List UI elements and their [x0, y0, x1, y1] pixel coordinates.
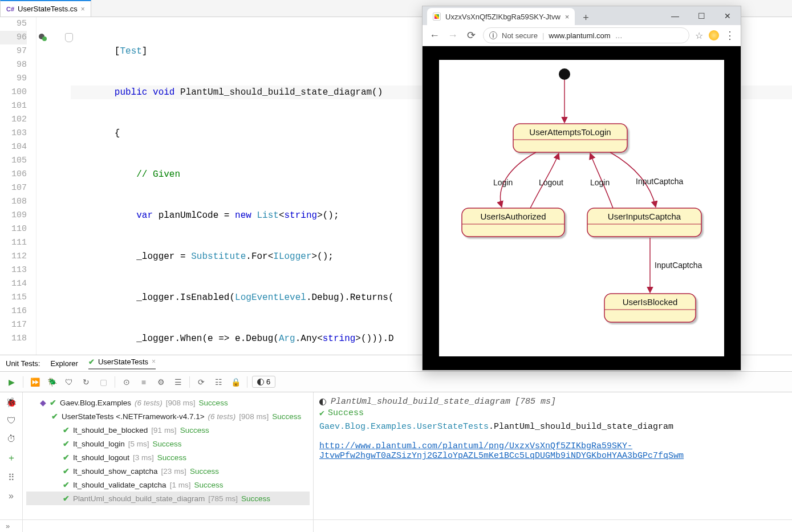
- detail-status: Success: [328, 408, 364, 418]
- file-tab[interactable]: C# UserStateTests.cs ×: [0, 0, 91, 17]
- coverage-shield-icon[interactable]: [65, 33, 73, 42]
- svg-text:InputCaptcha: InputCaptcha: [636, 177, 683, 186]
- detail-title: PlantUml_should_build_state_diagram: [331, 397, 510, 407]
- test-output[interactable]: PlantUml_should_build_state_diagram [785…: [314, 392, 792, 532]
- coverage-button[interactable]: 🛡: [62, 375, 76, 389]
- run-all-button[interactable]: ⏩: [28, 375, 42, 389]
- run-button[interactable]: ▶: [5, 375, 18, 389]
- expand-bottom-icon[interactable]: »: [6, 522, 10, 530]
- detail-time: [785 ms]: [515, 397, 556, 407]
- svg-text:InputCaptcha: InputCaptcha: [655, 261, 702, 270]
- unit-tests-label: Unit Tests:: [6, 359, 40, 368]
- back-button[interactable]: ←: [428, 30, 441, 42]
- track-button[interactable]: ⊙: [120, 375, 133, 389]
- browser-menu-icon[interactable]: ⋮: [725, 29, 735, 42]
- browser-tab[interactable]: UxzxVsXnQf5ZIKbgRa59SKY-Jtvw ×: [427, 8, 575, 25]
- debug-button[interactable]: 🪲: [45, 375, 59, 389]
- maximize-button[interactable]: ☐: [688, 7, 714, 25]
- close-tab-icon[interactable]: ×: [81, 5, 85, 13]
- editor-marker-margin: [36, 17, 71, 355]
- site-info-icon[interactable]: [489, 31, 497, 39]
- plus-icon[interactable]: ＋: [7, 452, 16, 464]
- tree-item[interactable]: ✔It_should_show_captcha [23 ms] Success: [26, 464, 310, 478]
- file-tab-name: UserStateTests.cs: [18, 5, 78, 13]
- bug-icon[interactable]: 🐞: [6, 397, 17, 408]
- tree-root[interactable]: ◆✔ Gaev.Blog.Examples (6 tests) [908 ms]…: [26, 396, 310, 409]
- stop-button[interactable]: ▢: [96, 375, 110, 389]
- browser-viewport: UserAttemptsToLogin UserIsAuthorized Use…: [423, 46, 741, 370]
- autoscroll-button[interactable]: ⟳: [194, 375, 208, 389]
- tree-item-selected[interactable]: ✔PlantUml_should_build_state_diagram [78…: [26, 492, 310, 505]
- svg-text:UserInputsCaptcha: UserInputsCaptcha: [608, 212, 681, 221]
- favicon-icon: [433, 13, 441, 21]
- test-pass-marker-icon[interactable]: [42, 36, 47, 41]
- close-browser-tab-icon[interactable]: ×: [565, 13, 570, 21]
- svg-text:UserIsAuthorized: UserIsAuthorized: [480, 212, 546, 221]
- svg-text:UserAttemptsToLogin: UserAttemptsToLogin: [529, 127, 611, 137]
- tree-item[interactable]: ✔It_should_logout [3 ms] Success: [26, 450, 310, 464]
- output-url-link[interactable]: http://www.plantuml.com/plantuml/png/Uxz…: [319, 441, 684, 461]
- minimize-button[interactable]: —: [662, 7, 688, 25]
- tree-class[interactable]: ✔ UserStateTests <.NETFramework-v4.7.1> …: [26, 409, 310, 423]
- svg-point-0: [559, 68, 570, 80]
- reload-button[interactable]: ⟳: [465, 29, 477, 42]
- filter-button[interactable]: ☰: [171, 375, 185, 389]
- tree-item[interactable]: ✔It_should_login [5 ms] Success: [26, 437, 310, 450]
- svg-text:Logout: Logout: [539, 178, 563, 187]
- url-text: www.plantuml.com: [549, 31, 610, 40]
- session-name: UserStateTests: [98, 358, 148, 366]
- detail-fqname: Gaev.Blog.Examples.UserStateTests.PlantU…: [319, 422, 786, 432]
- stop2-button[interactable]: ■: [137, 375, 151, 389]
- forward-button[interactable]: →: [446, 30, 459, 42]
- test-tree[interactable]: ◆✔ Gaev.Blog.Examples (6 tests) [908 ms]…: [23, 392, 314, 532]
- group-button[interactable]: ☷: [212, 375, 225, 389]
- tree-toggle-icon[interactable]: ⠿: [8, 472, 15, 483]
- address-bar[interactable]: Not secure | www.plantuml.com…: [483, 27, 689, 43]
- browser-window: UxzxVsXnQf5ZIKbgRa59SKY-Jtvw × + — ☐ ✕ ←…: [422, 6, 741, 371]
- half-circle-icon: [319, 399, 326, 405]
- repeat-button[interactable]: ↻: [79, 375, 93, 389]
- svg-text:Login: Login: [493, 178, 513, 187]
- half-circle-icon: [257, 379, 264, 385]
- close-session-icon[interactable]: ×: [152, 358, 156, 366]
- browser-tab-title: UxzxVsXnQf5ZIKbgRa59SKY-Jtvw: [445, 13, 561, 21]
- close-window-button[interactable]: ✕: [714, 7, 741, 25]
- tree-item[interactable]: ✔It_should_validate_captcha [1 ms] Succe…: [26, 478, 310, 492]
- not-secure-label: Not secure: [502, 31, 538, 40]
- svg-text:UserIsBlocked: UserIsBlocked: [623, 297, 678, 307]
- check-icon: ✔: [88, 358, 95, 366]
- state-diagram: UserAttemptsToLogin UserIsAuthorized Use…: [439, 60, 724, 356]
- test-count-pill[interactable]: 6: [252, 376, 275, 388]
- session-tab[interactable]: ✔ UserStateTests ×: [88, 358, 156, 369]
- svg-text:Login: Login: [590, 178, 610, 187]
- clock-icon[interactable]: ⏱: [7, 434, 16, 444]
- line-number-gutter: 95 96 97 98 99 100 101 102 103 104 105 1…: [0, 17, 36, 355]
- tree-item[interactable]: ✔It_should_be_blocked [91 ms] Success: [26, 423, 310, 437]
- new-tab-button[interactable]: +: [578, 10, 593, 25]
- tool-sidebar: 🐞 🛡 ⏱ ＋ ⠿ »: [0, 392, 23, 532]
- extension-icon[interactable]: [709, 30, 719, 40]
- expand-icon[interactable]: »: [9, 491, 14, 501]
- bookmark-icon[interactable]: ☆: [695, 30, 703, 41]
- explorer-tab[interactable]: Explorer: [50, 359, 78, 368]
- file-lang-badge: C#: [6, 6, 14, 13]
- shield-icon[interactable]: 🛡: [7, 416, 16, 426]
- lock-button[interactable]: 🔒: [229, 375, 242, 389]
- test-toolbar: ▶ ⏩ 🪲 🛡 ↻ ▢ ⊙ ■ ⚙ ☰ ⟳ ☷ 🔒 6: [0, 372, 792, 392]
- options-button[interactable]: ⚙: [154, 375, 168, 389]
